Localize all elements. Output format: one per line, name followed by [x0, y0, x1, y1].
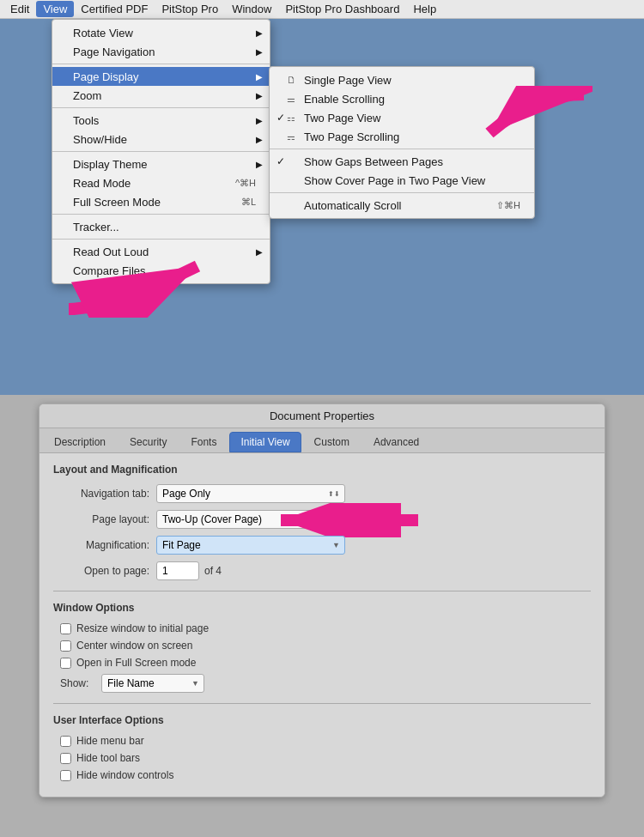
submenu-single-page-label: Single Page View [304, 74, 392, 87]
menu-item-read-out-loud[interactable]: Read Out Loud ▶ [52, 242, 270, 261]
submenu-two-page-view[interactable]: ✓ ⚏ Two Page View [270, 108, 534, 127]
menu-item-page-navigation[interactable]: Page Navigation ▶ [52, 42, 270, 61]
separator-1 [52, 64, 270, 64]
submenu-auto-scroll-label: Automatically Scroll [304, 199, 401, 212]
tab-initial-view[interactable]: Initial View [229, 432, 301, 452]
menu-item-show-hide[interactable]: Show/Hide ▶ [52, 130, 270, 149]
checkbox-hide-toolbars-row: Hide tool bars [53, 752, 591, 764]
submenu-show-gaps[interactable]: ✓ Show Gaps Between Pages [270, 152, 534, 171]
menu-item-compare-files-label: Compare Files [73, 264, 146, 277]
menu-item-rotate-view[interactable]: Rotate View ▶ [52, 23, 270, 42]
show-label: Show: [60, 677, 94, 689]
menu-item-page-display[interactable]: Page Display ▶ [52, 67, 270, 86]
submenu-arrow-rotate: ▶ [256, 28, 263, 38]
nav-tab-row: Navigation tab: Page Only Bookmarks Pane… [53, 484, 591, 503]
submenu-show-cover-page[interactable]: Show Cover Page in Two Page View [270, 171, 534, 190]
dropdown-wrapper: Rotate View ▶ Page Navigation ▶ Page Dis… [52, 19, 270, 284]
auto-scroll-shortcut: ⇧⌘H [488, 200, 520, 211]
submenu-two-page-scrolling-label: Two Page Scrolling [304, 130, 399, 143]
menu-item-display-theme[interactable]: Display Theme ▶ [52, 155, 270, 173]
menu-item-zoom[interactable]: Zoom ▶ [52, 86, 270, 105]
submenu-enable-scrolling[interactable]: ⚌ Enable Scrolling [270, 89, 534, 108]
menu-item-tools[interactable]: Tools ▶ [52, 111, 270, 130]
show-gaps-checkmark: ✓ [276, 155, 285, 167]
two-page-view-checkmark: ✓ [276, 112, 285, 124]
menu-item-show-hide-label: Show/Hide [73, 133, 127, 146]
tab-fonts[interactable]: Fonts [179, 432, 228, 452]
tab-description[interactable]: Description [43, 432, 117, 452]
of-pages-label: of 4 [204, 565, 222, 577]
open-page-controls: of 4 [156, 561, 222, 580]
tab-security[interactable]: Security [118, 432, 178, 452]
submenu-enable-scrolling-label: Enable Scrolling [304, 93, 385, 106]
submenu-show-gaps-label: Show Gaps Between Pages [304, 155, 443, 168]
divider-2 [53, 703, 591, 704]
page-layout-label: Page layout: [53, 513, 156, 525]
window-options-title: Window Options [53, 602, 591, 614]
nav-tab-label: Navigation tab: [53, 488, 156, 500]
nav-tab-select[interactable]: Page Only Bookmarks Panel and Page Pages… [156, 484, 345, 503]
menubar-pitstop-dashboard[interactable]: PitStop Pro Dashboard [278, 1, 406, 17]
menu-item-page-display-label: Page Display [73, 70, 139, 83]
checkbox-full-screen-label: Open in Full Screen mode [76, 657, 196, 669]
menubar-help[interactable]: Help [406, 1, 443, 17]
checkbox-hide-menubar[interactable] [60, 736, 71, 747]
arrow-page-layout [251, 503, 422, 537]
open-to-page-input[interactable] [156, 561, 199, 580]
menu-area: Edit View Certified PDF PitStop Pro Wind… [0, 0, 644, 395]
submenu-auto-scroll[interactable]: Automatically Scroll ⇧⌘H [270, 196, 534, 215]
submenu-arrow-page-display: ▶ [256, 72, 263, 82]
tabs-row: Description Security Fonts Initial View … [39, 428, 605, 453]
magnification-row: Magnification: Fit Page Fit Width Fit He… [53, 536, 591, 555]
submenu-two-page-scrolling[interactable]: ⚎ Two Page Scrolling [270, 127, 534, 146]
doc-props-area: Document Properties Description Security… [0, 395, 644, 837]
view-menu-dropdown: Rotate View ▶ Page Navigation ▶ Page Dis… [52, 19, 270, 284]
submenu-arrow-read-out-loud: ▶ [256, 247, 263, 257]
checkbox-hide-window-controls[interactable] [60, 770, 71, 781]
submenu-arrow-display-theme: ▶ [256, 160, 263, 169]
submenu-arrow-tools: ▶ [256, 116, 263, 125]
checkbox-hide-window-controls-row: Hide window controls [53, 769, 591, 781]
two-page-scrolling-icon: ⚎ [287, 131, 295, 143]
full-screen-shortcut: ⌘L [224, 197, 256, 208]
checkbox-center[interactable] [60, 640, 71, 652]
checkbox-hide-menubar-label: Hide menu bar [76, 735, 144, 747]
menubar-window[interactable]: Window [225, 1, 278, 17]
menu-item-page-navigation-label: Page Navigation [73, 45, 155, 58]
tab-custom[interactable]: Custom [303, 432, 361, 452]
menu-item-read-mode[interactable]: Read Mode ^⌘H [52, 173, 270, 192]
magnification-select[interactable]: Fit Page Fit Width Fit Height 100% [156, 536, 345, 555]
checkbox-full-screen[interactable] [60, 658, 71, 669]
checkbox-full-screen-row: Open in Full Screen mode [53, 657, 591, 669]
submenu-show-cover-page-label: Show Cover Page in Two Page View [304, 174, 485, 187]
divider-1 [53, 591, 591, 591]
submenu-separator-1 [270, 149, 534, 149]
show-select[interactable]: File Name Document Title [101, 674, 204, 693]
menubar-certified-pdf[interactable]: Certified PDF [74, 1, 155, 17]
separator-2 [52, 107, 270, 108]
submenu-two-page-view-label: Two Page View [304, 112, 380, 124]
submenu-single-page-view[interactable]: 🗋 Single Page View [270, 70, 534, 89]
menu-item-read-mode-label: Read Mode [73, 177, 131, 190]
nav-tab-select-wrapper: Page Only Bookmarks Panel and Page Pages… [156, 484, 345, 503]
ui-options-title: User Interface Options [53, 714, 591, 726]
enable-scrolling-icon: ⚌ [287, 94, 295, 105]
read-mode-shortcut: ^⌘H [218, 178, 256, 189]
separator-3 [52, 151, 270, 152]
checkbox-hide-toolbars[interactable] [60, 753, 71, 764]
menubar-view[interactable]: View [36, 1, 74, 17]
checkbox-resize[interactable] [60, 623, 71, 634]
checkbox-resize-label: Resize window to initial page [76, 622, 209, 634]
menu-item-compare-files[interactable]: Compare Files [52, 261, 270, 280]
menu-item-zoom-label: Zoom [73, 89, 101, 102]
magnification-label: Magnification: [53, 539, 156, 551]
menu-item-full-screen[interactable]: Full Screen Mode ⌘L [52, 192, 270, 211]
menubar-edit[interactable]: Edit [3, 1, 36, 17]
open-to-page-label: Open to page: [53, 565, 156, 577]
menubar-pitstop-pro[interactable]: PitStop Pro [155, 1, 225, 17]
menu-item-display-theme-label: Display Theme [73, 158, 147, 171]
open-to-page-row: Open to page: of 4 [53, 561, 591, 580]
tab-advanced[interactable]: Advanced [362, 432, 430, 452]
menu-item-tracker[interactable]: Tracker... [52, 217, 270, 236]
menubar: Edit View Certified PDF PitStop Pro Wind… [0, 0, 644, 19]
